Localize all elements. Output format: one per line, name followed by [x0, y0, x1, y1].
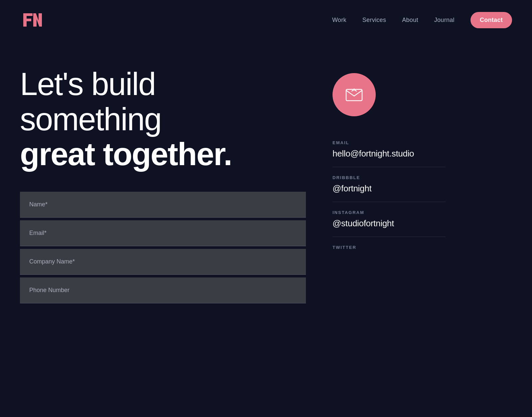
email-input[interactable] [20, 220, 306, 246]
nav-journal-link[interactable]: Journal [434, 17, 455, 24]
hero-line2: something [20, 102, 306, 137]
envelope-icon-circle [332, 73, 376, 116]
header: Work Services About Journal Contact [0, 0, 532, 40]
right-section: EMAIL hello@fortnight.studio DRIBBBLE @f… [332, 66, 446, 306]
twitter-label: TWITTER [332, 245, 446, 250]
hero-line3: great together. [20, 137, 306, 172]
nav-work-link[interactable]: Work [332, 17, 346, 24]
company-input[interactable] [20, 249, 306, 275]
contact-button[interactable]: Contact [470, 12, 512, 28]
contact-info: EMAIL hello@fortnight.studio DRIBBBLE @f… [332, 132, 446, 261]
dribbble-value[interactable]: @fortnight [332, 183, 446, 194]
envelope-icon [345, 85, 363, 104]
email-value[interactable]: hello@fortnight.studio [332, 149, 446, 159]
email-info: EMAIL hello@fortnight.studio [332, 132, 446, 167]
email-label: EMAIL [332, 140, 446, 145]
instagram-value[interactable]: @studiofortnight [332, 218, 446, 229]
hero-line1: Let's build [20, 66, 306, 102]
nav-about-link[interactable]: About [402, 17, 418, 24]
main-content: Let's build something great together. [0, 40, 532, 326]
logo[interactable] [20, 8, 44, 32]
name-input[interactable] [20, 192, 306, 218]
contact-form [20, 192, 306, 306]
instagram-label: INSTAGRAM [332, 210, 446, 215]
dribbble-info: DRIBBBLE @fortnight [332, 167, 446, 202]
main-nav: Work Services About Journal Contact [332, 12, 512, 28]
dribbble-label: DRIBBBLE [332, 175, 446, 180]
svg-rect-1 [346, 89, 362, 101]
twitter-info: TWITTER [332, 237, 446, 261]
nav-services-link[interactable]: Services [362, 17, 386, 24]
hero-text: Let's build something great together. [20, 66, 306, 172]
phone-input[interactable] [20, 277, 306, 303]
left-section: Let's build something great together. [20, 66, 306, 306]
instagram-info: INSTAGRAM @studiofortnight [332, 202, 446, 237]
